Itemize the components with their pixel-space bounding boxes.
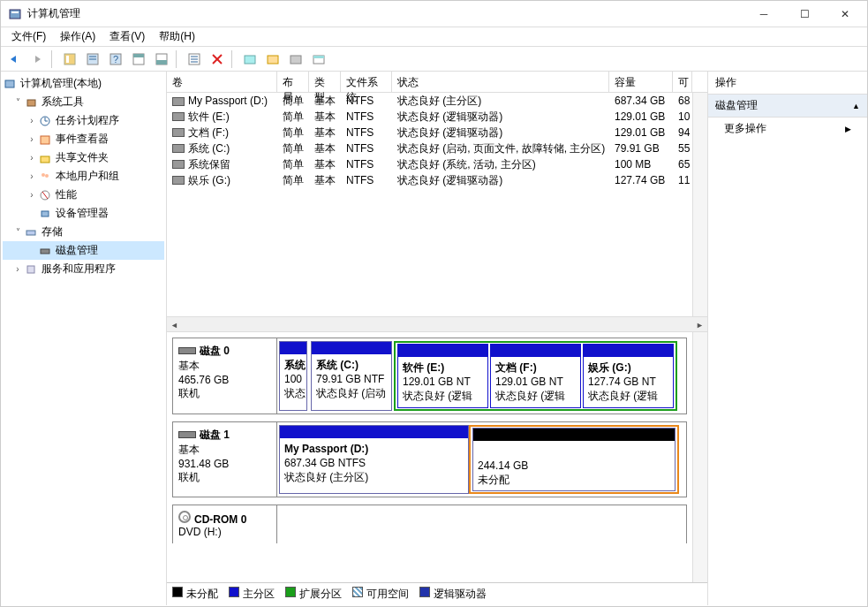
- disk0-part-f[interactable]: 文档 (F:)129.01 GB NT状态良好 (逻辑: [490, 344, 581, 408]
- disk-icon: [178, 431, 196, 438]
- tree-local-users[interactable]: ›本地用户和组: [3, 167, 164, 186]
- col-filesystem[interactable]: 文件系统: [341, 72, 392, 92]
- actions-more[interactable]: 更多操作▶: [708, 118, 867, 140]
- disk-1-info: 磁盘 1 基本 931.48 GB 联机: [173, 422, 277, 497]
- disk-icon: [178, 347, 196, 354]
- back-button[interactable]: [4, 49, 25, 70]
- nav-tree[interactable]: 计算机管理(本地) ˅系统工具 ›任务计划程序 ›事件查看器 ›共享文件夹 ›本…: [1, 72, 167, 605]
- svg-rect-36: [26, 231, 35, 235]
- col-type[interactable]: 类型: [309, 72, 341, 92]
- svg-rect-24: [5, 80, 14, 87]
- col-status[interactable]: 状态: [392, 72, 609, 92]
- tree-services[interactable]: ›服务和应用程序: [3, 260, 164, 278]
- tree-event-viewer[interactable]: ›事件查看器: [3, 130, 164, 148]
- toolbar-opt-c[interactable]: [285, 49, 306, 70]
- actions-section[interactable]: 磁盘管理▲: [708, 95, 867, 118]
- tree-task-scheduler[interactable]: ›任务计划程序: [3, 111, 164, 130]
- disk0-part-c[interactable]: 系统 (C:)79.91 GB NTF状态良好 (启动: [311, 341, 392, 411]
- volume-row[interactable]: 娱乐 (G:)简单基本NTFS状态良好 (逻辑驱动器)127.74 GB11: [167, 172, 692, 188]
- toolbar-show-hide[interactable]: [59, 49, 80, 70]
- svg-rect-25: [27, 100, 35, 106]
- svg-rect-19: [245, 56, 255, 64]
- actions-header: 操作: [708, 72, 867, 95]
- svg-rect-35: [42, 211, 49, 216]
- toolbar-opt-b[interactable]: [262, 49, 283, 70]
- toolbar-properties[interactable]: [82, 49, 103, 70]
- toolbar-view-b[interactable]: [151, 49, 172, 70]
- tree-performance[interactable]: ›性能: [3, 186, 164, 204]
- disk0-part-sysreserved[interactable]: 系统100状态良好: [279, 341, 307, 411]
- toolbar-delete[interactable]: [207, 49, 228, 70]
- volume-row[interactable]: 文档 (F:)简单基本NTFS状态良好 (逻辑驱动器)129.01 GB94: [167, 125, 692, 140]
- volume-row[interactable]: 软件 (E:)简单基本NTFS状态良好 (逻辑驱动器)129.01 GB10: [167, 109, 692, 125]
- disk-1-block[interactable]: 磁盘 1 基本 931.48 GB 联机 My Passport (D:)687…: [172, 421, 687, 498]
- cdrom-icon: [178, 511, 191, 523]
- svg-rect-10: [133, 54, 144, 57]
- tree-storage[interactable]: ˅存储: [3, 223, 164, 241]
- minimize-button[interactable]: ─: [743, 1, 784, 27]
- menu-view[interactable]: 查看(V): [102, 27, 152, 46]
- disk1-part-d[interactable]: My Passport (D:)687.34 GB NTFS状态良好 (主分区): [279, 425, 469, 495]
- actions-pane: 操作 磁盘管理▲ 更多操作▶: [708, 72, 867, 605]
- collapse-icon: ▲: [852, 102, 860, 110]
- col-free[interactable]: 可: [673, 72, 692, 92]
- menu-file[interactable]: 文件(F): [4, 27, 53, 46]
- disk-0-info: 磁盘 0 基本 465.76 GB 联机: [173, 338, 277, 414]
- menu-help[interactable]: 帮助(H): [152, 27, 202, 46]
- tree-root[interactable]: 计算机管理(本地): [3, 74, 164, 93]
- svg-rect-37: [41, 249, 49, 254]
- disk0-extended-partition: 软件 (E:)129.01 GB NT状态良好 (逻辑 文档 (F:)129.0…: [394, 341, 677, 411]
- svg-rect-12: [156, 60, 167, 64]
- tree-device-manager[interactable]: 设备管理器: [3, 204, 164, 223]
- cdrom-block[interactable]: CD-ROM 0 DVD (H:): [172, 505, 687, 543]
- volume-row[interactable]: My Passport (D:)简单基本NTFS状态良好 (主分区)687.34…: [167, 93, 692, 109]
- cdrom-info: CD-ROM 0 DVD (H:): [173, 505, 277, 543]
- svg-text:?: ?: [113, 54, 118, 64]
- swatch-logical-icon: [419, 587, 430, 597]
- menu-action[interactable]: 操作(A): [53, 27, 102, 46]
- legend: 未分配 主分区 扩展分区 可用空间 逻辑驱动器: [167, 582, 707, 605]
- col-layout[interactable]: 布局: [277, 72, 309, 92]
- toolbar-opt-d[interactable]: [308, 49, 329, 70]
- tree-system-tools[interactable]: ˅系统工具: [3, 93, 164, 111]
- tree-shared-folders[interactable]: ›共享文件夹: [3, 148, 164, 167]
- forward-button[interactable]: [26, 49, 48, 70]
- svg-rect-38: [27, 266, 34, 273]
- svg-point-32: [45, 174, 49, 178]
- volume-row[interactable]: 系统保留简单基本NTFS状态良好 (系统, 活动, 主分区)100 MB65: [167, 156, 692, 172]
- toolbar-help[interactable]: ?: [105, 49, 126, 70]
- svg-rect-23: [313, 56, 324, 58]
- svg-rect-30: [41, 156, 49, 163]
- svg-rect-21: [291, 56, 301, 64]
- disk-vertical-scrollbar[interactable]: [692, 332, 707, 582]
- app-icon: [8, 7, 22, 21]
- toolbar-view-a[interactable]: [128, 49, 149, 70]
- swatch-extended-icon: [285, 587, 296, 597]
- close-button[interactable]: ✕: [825, 1, 865, 27]
- svg-rect-29: [41, 136, 49, 144]
- scroll-left-icon[interactable]: ◄: [167, 317, 182, 332]
- toolbar-opt-a[interactable]: [239, 49, 260, 70]
- volume-row[interactable]: 系统 (C:)简单基本NTFS状态良好 (启动, 页面文件, 故障转储, 主分区…: [167, 140, 692, 156]
- vertical-scrollbar[interactable]: [692, 93, 707, 316]
- chevron-right-icon: ▶: [845, 125, 851, 133]
- disk0-part-e[interactable]: 软件 (E:)129.01 GB NT状态良好 (逻辑: [397, 344, 488, 408]
- col-capacity[interactable]: 容量: [609, 72, 673, 92]
- scroll-right-icon[interactable]: ►: [692, 317, 707, 332]
- volume-header[interactable]: 卷 布局 类型 文件系统 状态 容量 可: [167, 72, 707, 93]
- swatch-primary-icon: [229, 587, 239, 597]
- disk0-part-g[interactable]: 娱乐 (G:)127.74 GB NT状态良好 (逻辑: [583, 344, 674, 408]
- svg-rect-3: [66, 56, 69, 63]
- disk1-unallocated[interactable]: 244.14 GB未分配: [472, 428, 676, 492]
- volume-list[interactable]: My Passport (D:)简单基本NTFS状态良好 (主分区)687.34…: [167, 93, 692, 316]
- disk-0-block[interactable]: 磁盘 0 基本 465.76 GB 联机 系统100状态良好 系统 (C:)79…: [172, 338, 687, 414]
- disk-graphical-view[interactable]: 磁盘 0 基本 465.76 GB 联机 系统100状态良好 系统 (C:)79…: [167, 332, 692, 582]
- maximize-button[interactable]: ☐: [784, 1, 825, 27]
- toolbar-refresh[interactable]: [184, 49, 205, 70]
- horizontal-scrollbar[interactable]: ◄ ►: [167, 316, 707, 331]
- col-volume[interactable]: 卷: [167, 72, 277, 92]
- tree-disk-management[interactable]: 磁盘管理: [3, 241, 164, 260]
- disk1-selected-unallocated[interactable]: 244.14 GB未分配: [469, 425, 679, 495]
- svg-rect-1: [11, 11, 19, 13]
- svg-line-34: [42, 192, 48, 199]
